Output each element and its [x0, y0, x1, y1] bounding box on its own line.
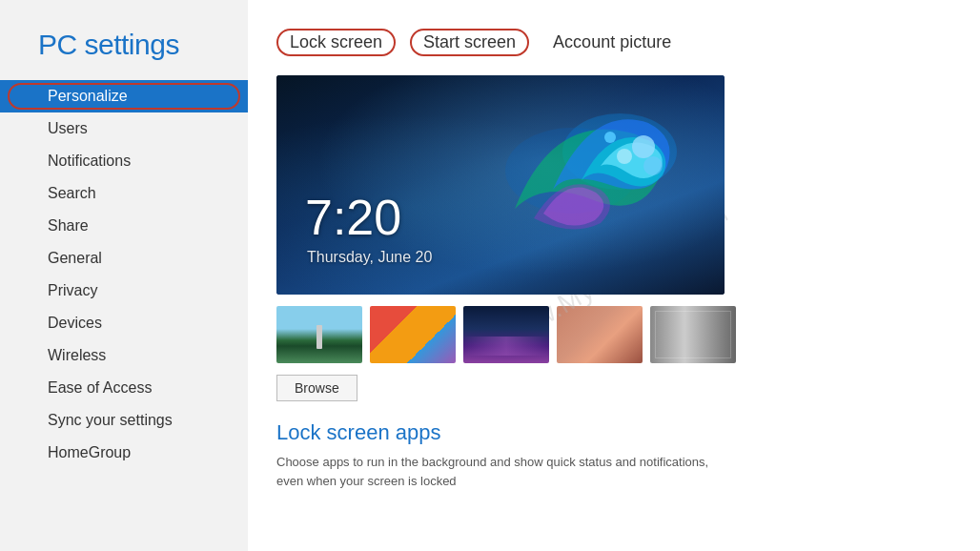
lock-screen-preview: 7:20 Thursday, June 20 [276, 75, 725, 295]
sidebar-item-label: Search [48, 185, 96, 201]
tab-lock-screen[interactable]: Lock screen [276, 29, 396, 56]
thumbnail-tunnel[interactable] [650, 306, 736, 363]
sidebar-item-general[interactable]: General [0, 242, 248, 275]
thumbnail-aurora[interactable] [463, 306, 549, 363]
tab-start-screen[interactable]: Start screen [410, 29, 529, 56]
sidebar-item-share[interactable]: Share [0, 210, 248, 242]
sidebar-item-label: Sync your settings [48, 412, 173, 428]
sidebar-item-wireless[interactable]: Wireless [0, 339, 248, 372]
sidebar-item-label: HomeGroup [48, 444, 131, 460]
svg-point-2 [632, 135, 655, 158]
lock-screen-art [477, 94, 686, 247]
lock-apps-title: Lock screen apps [276, 420, 942, 445]
tab-account-picture-label: Account picture [553, 32, 671, 51]
tab-account-picture[interactable]: Account picture [543, 31, 681, 54]
sidebar-item-label: Notifications [48, 153, 131, 169]
sidebar-item-label: General [48, 250, 102, 266]
lock-screen-time: 7:20 [305, 193, 401, 242]
browse-button[interactable]: Browse [276, 375, 357, 401]
sidebar-item-sync-settings[interactable]: Sync your settings [0, 404, 248, 437]
tab-start-screen-label: Start screen [423, 32, 516, 51]
sidebar-item-label: Devices [48, 315, 102, 331]
sidebar-item-search[interactable]: Search [0, 177, 248, 210]
svg-point-5 [643, 156, 663, 175]
svg-point-4 [604, 132, 616, 143]
main-content: www.MyTecBits.com Lock screen Start scre… [248, 0, 980, 551]
thumbnail-skin[interactable] [557, 306, 643, 363]
app-title: PC settings [0, 29, 248, 80]
sidebar-item-ease-of-access[interactable]: Ease of Access [0, 372, 248, 404]
sidebar-item-label: Share [48, 217, 89, 234]
background-thumbnails [276, 306, 942, 363]
sidebar-item-privacy[interactable]: Privacy [0, 275, 248, 307]
lock-screen-date: Thursday, June 20 [307, 249, 432, 266]
sidebar-item-label: Ease of Access [48, 379, 152, 396]
svg-point-3 [617, 149, 632, 164]
sidebar-item-personalize[interactable]: Personalize [0, 80, 248, 112]
thumbnail-colorful[interactable] [370, 306, 456, 363]
sidebar-item-label: Personalize [48, 88, 128, 104]
sidebar-item-devices[interactable]: Devices [0, 307, 248, 339]
sidebar-item-label: Privacy [48, 282, 97, 298]
sidebar-item-label: Users [48, 120, 88, 136]
thumbnail-seattle[interactable] [276, 306, 362, 363]
tab-lock-screen-label: Lock screen [290, 32, 382, 51]
sidebar-item-users[interactable]: Users [0, 112, 248, 145]
lock-apps-description: Choose apps to run in the background and… [276, 453, 725, 490]
sidebar-item-homegroup[interactable]: HomeGroup [0, 437, 248, 469]
sidebar-item-notifications[interactable]: Notifications [0, 145, 248, 177]
sidebar: PC settings Personalize Users Notificati… [0, 0, 248, 551]
tab-bar: Lock screen Start screen Account picture [276, 29, 942, 56]
sidebar-item-label: Wireless [48, 347, 106, 363]
